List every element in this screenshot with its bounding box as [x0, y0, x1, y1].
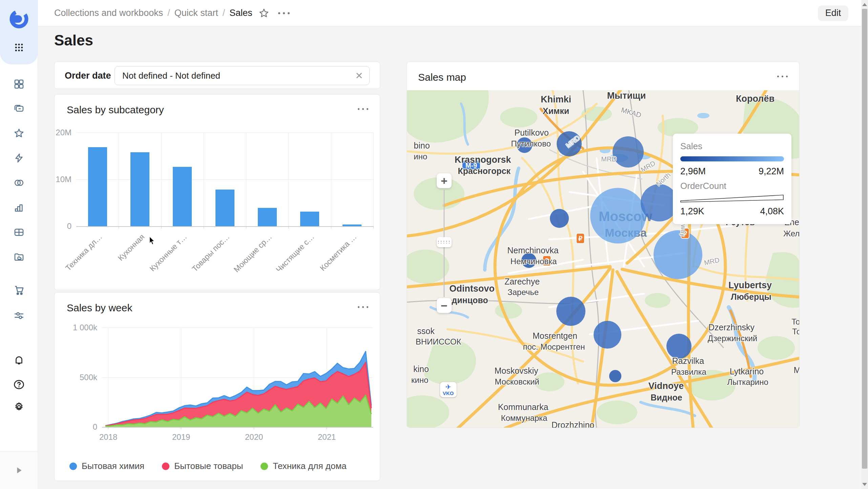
datalens-dashboard: Collections and workbooks / Quick start …: [0, 0, 868, 489]
sidebar-item-storage[interactable]: [0, 248, 38, 267]
sales-bubble[interactable]: [594, 321, 621, 349]
sidebar-item-dashboards[interactable]: [0, 75, 38, 94]
sales-bubble[interactable]: [550, 209, 569, 228]
x-axis-year: 2019: [172, 432, 190, 442]
chart-menu-icon[interactable]: [777, 76, 788, 77]
y-axis-tick: 500k: [67, 373, 97, 382]
scrollbar-thumb[interactable]: [862, 9, 867, 469]
sales-min-value: 2,96M: [680, 166, 706, 177]
legend-ordercount-label: OrderCount: [680, 181, 784, 191]
y-axis-tick: 0: [67, 422, 97, 432]
sales-bubble[interactable]: [609, 370, 621, 382]
legend-item[interactable]: Бытовые товары: [162, 461, 243, 471]
bar-Кухонная[interactable]: [130, 152, 149, 226]
chart-menu-icon[interactable]: [358, 306, 368, 308]
apps-menu-icon[interactable]: [0, 38, 38, 57]
sales-by-week-card: Sales by week 1 000k500k0201820192020202…: [54, 292, 380, 481]
sidebar-item-charts[interactable]: [0, 198, 38, 217]
x-axis-year: 2018: [99, 432, 117, 442]
chart-title: Sales by week: [67, 302, 132, 314]
clear-filter-icon[interactable]: ✕: [354, 71, 364, 81]
expand-panel-icon[interactable]: [15, 466, 23, 475]
legend-sales-label: Sales: [680, 141, 784, 152]
x-axis-year: 2021: [318, 432, 336, 442]
sales-bubble[interactable]: [666, 334, 691, 359]
bar-Чистящие с…[interactable]: [300, 212, 319, 226]
sidebar: [0, 0, 38, 489]
sales-bubble[interactable]: [654, 230, 702, 279]
map-legend: Sales 2,96M 9,22M OrderCount 1,29K 4,08: [673, 134, 791, 224]
sales-bubble[interactable]: [521, 253, 536, 268]
sales-by-subcategory-card: Sales by subcategory 20M10M0Техника дл…К…: [54, 94, 380, 290]
more-menu-icon[interactable]: [278, 12, 290, 14]
sales-bubble[interactable]: [556, 297, 585, 326]
settings-gear-icon[interactable]: [0, 397, 38, 416]
sales-bubble[interactable]: [590, 188, 646, 243]
top-header: Collections and workbooks / Quick start …: [38, 0, 868, 26]
sales-bubble[interactable]: [613, 136, 644, 168]
chart-title: Sales map: [418, 72, 466, 83]
sales-max-value: 9,22M: [759, 166, 784, 177]
map-canvas[interactable]: MoscowМосква M-9₽₽₽✈VKO МытищиКоролёвKhi…: [407, 90, 800, 428]
sales-map-card: Sales map: [407, 62, 800, 428]
dashboard-content: Sales Order date Not defined - Not defin…: [38, 26, 868, 489]
sales-bubble[interactable]: [517, 137, 532, 153]
map-zoom-slider-handle[interactable]: [437, 237, 452, 247]
sidebar-item-services[interactable]: [0, 306, 38, 325]
bar-Кухонные т…[interactable]: [173, 167, 192, 226]
sidebar-item-quick-actions[interactable]: [0, 149, 38, 168]
order-date-select[interactable]: Not defined - Not defined ✕: [115, 66, 370, 85]
ordercount-wedge: [680, 194, 784, 203]
sales-gradient-bar: [680, 156, 784, 161]
sidebar-item-connections[interactable]: [0, 173, 38, 192]
bar-Товары пос…[interactable]: [215, 190, 234, 226]
legend-label: Техника для дома: [273, 461, 346, 471]
sidebar-item-favorites[interactable]: [0, 124, 38, 143]
chart-title: Sales by subcategory: [67, 104, 164, 116]
y-axis-tick: 20M: [41, 128, 71, 137]
sidebar-item-marketplace[interactable]: [0, 281, 38, 300]
scrollbar-down-arrow[interactable]: [862, 483, 867, 486]
legend-dot: [162, 463, 169, 470]
legend-dot: [69, 463, 77, 470]
legend-label: Бытовые товары: [174, 461, 243, 471]
breadcrumb-separator: /: [223, 8, 225, 18]
main-area: Collections and workbooks / Quick start …: [38, 0, 868, 489]
sidebar-item-collections[interactable]: [0, 99, 38, 118]
sidebar-footer: [0, 451, 38, 489]
scrollbar-up-arrow[interactable]: [862, 3, 867, 6]
order-date-value: Not defined - Not defined: [122, 71, 220, 81]
map-zoom-in-button[interactable]: +: [437, 173, 452, 188]
x-axis-year: 2020: [245, 432, 263, 442]
help-icon[interactable]: [0, 375, 38, 394]
legend-item[interactable]: Техника для дома: [261, 461, 346, 471]
chart-menu-icon[interactable]: [358, 108, 368, 110]
datalens-logo-icon[interactable]: [0, 9, 38, 28]
ordercount-min-value: 1,29K: [680, 206, 704, 217]
legend-dot: [261, 463, 268, 470]
legend-label: Бытовая химия: [82, 461, 144, 471]
breadcrumb-separator: /: [167, 8, 170, 18]
edit-button[interactable]: Edit: [818, 5, 848, 21]
map-zoom-out-button[interactable]: −: [437, 298, 452, 313]
breadcrumb-current: Sales: [229, 8, 252, 18]
breadcrumb-quick-start[interactable]: Quick start: [174, 8, 218, 18]
area-chart[interactable]: 1 000k500k02018201920202021: [102, 328, 373, 427]
favorite-star-icon[interactable]: [259, 8, 269, 19]
bar-Техника дл…[interactable]: [88, 147, 107, 226]
breadcrumb: Collections and workbooks / Quick start …: [54, 8, 252, 18]
sales-bubble[interactable]: [641, 184, 678, 221]
notifications-bell-icon[interactable]: [0, 351, 38, 370]
y-axis-tick: 0: [41, 221, 71, 231]
breadcrumb-collections[interactable]: Collections and workbooks: [54, 8, 163, 18]
sales-bubble[interactable]: [557, 131, 582, 156]
ordercount-max-value: 4,08K: [760, 206, 784, 217]
bar-chart[interactable]: 20M10M0Техника дл…КухоннаяКухонные т…Тов…: [76, 133, 373, 226]
bar-Моющие ср…[interactable]: [258, 208, 277, 226]
y-axis-tick: 1 000k: [67, 323, 97, 332]
chart-legend: Бытовая химия Бытовые товары Техника для…: [69, 461, 347, 471]
page-scrollbar[interactable]: [861, 0, 868, 489]
bar-Косметика …[interactable]: [343, 224, 361, 226]
sidebar-item-datasets[interactable]: [0, 223, 38, 242]
legend-item[interactable]: Бытовая химия: [69, 461, 144, 471]
